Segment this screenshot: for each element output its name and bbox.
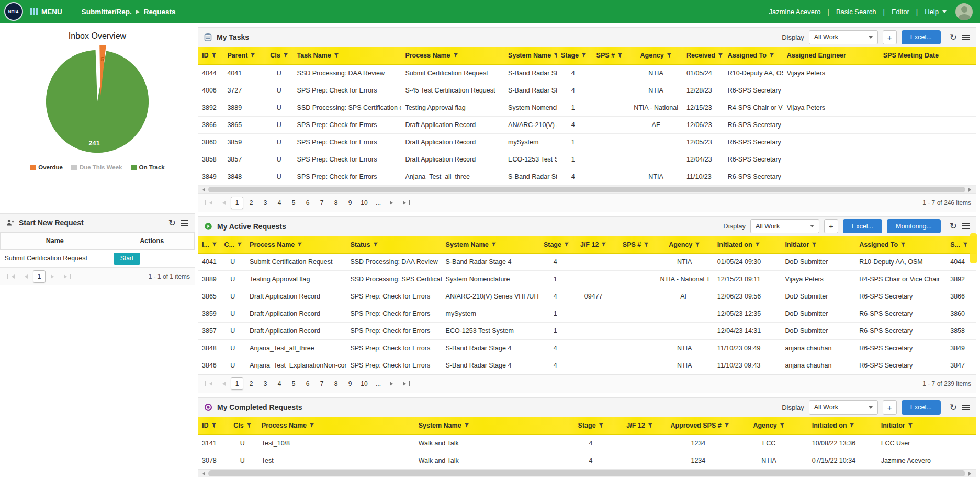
page-10-button[interactable]: 10 — [358, 377, 370, 390]
filter-icon[interactable] — [718, 53, 723, 58]
filter-icon[interactable] — [900, 242, 906, 247]
column-header-sps-meeting-date[interactable]: SPS Meeting Date — [846, 47, 976, 64]
first-page-button[interactable] — [202, 377, 215, 390]
record-link[interactable]: SSD Processing: SPS Certification of Spe… — [293, 99, 401, 116]
page-6-button[interactable]: 6 — [301, 197, 314, 209]
column-header-system-name[interactable]: System Name — [504, 47, 557, 64]
filter-icon[interactable] — [849, 423, 854, 428]
filter-icon[interactable] — [250, 53, 255, 58]
column-header-received[interactable]: Received — [682, 47, 724, 64]
column-header-initiator[interactable]: Initiator — [877, 417, 976, 434]
legend-item-on-track[interactable]: On Track — [131, 164, 165, 170]
filter-icon[interactable] — [648, 423, 653, 428]
last-page-button[interactable] — [400, 377, 413, 390]
column-header-approved-sps[interactable]: Approved SPS # — [666, 417, 730, 434]
filter-icon[interactable] — [373, 242, 378, 247]
last-page-button[interactable] — [61, 270, 74, 283]
filter-icon[interactable] — [755, 242, 760, 247]
next-page-button[interactable] — [47, 270, 60, 283]
filter-icon[interactable] — [564, 242, 569, 247]
page-6-button[interactable]: 6 — [301, 377, 314, 390]
filter-icon[interactable] — [246, 423, 252, 428]
filter-icon[interactable] — [644, 242, 649, 247]
add-button[interactable]: + — [883, 400, 897, 415]
column-header-process-name[interactable]: Process Name — [401, 47, 504, 64]
column-header-initiated-on[interactable]: Initiated on — [713, 236, 781, 254]
column-header-id[interactable]: ID — [198, 417, 228, 434]
display-select[interactable]: All Work — [750, 219, 819, 233]
help-link[interactable]: Help — [925, 8, 939, 16]
refresh-icon[interactable]: ↻ — [950, 33, 957, 42]
filter-icon[interactable] — [695, 242, 700, 247]
page-9-button[interactable]: 9 — [344, 377, 356, 390]
scroll-right-button[interactable] — [967, 470, 975, 477]
record-link[interactable]: SPS Prep: Check for Errors — [293, 116, 401, 133]
column-header-cls[interactable]: Cls — [265, 47, 292, 64]
more-pages-button[interactable]: ... — [372, 197, 385, 209]
filter-icon[interactable] — [334, 53, 339, 58]
page-2-button[interactable]: 2 — [245, 377, 257, 390]
column-header-sps[interactable]: SPS # — [616, 236, 656, 254]
page-7-button[interactable]: 7 — [316, 377, 328, 390]
filter-icon[interactable] — [211, 53, 217, 58]
legend-item-overdue[interactable]: Overdue — [30, 164, 63, 170]
more-pages-button[interactable]: ... — [372, 377, 385, 390]
column-header-task-name[interactable]: Task Name — [293, 47, 401, 64]
first-page-button[interactable] — [5, 270, 17, 283]
record-link[interactable]: Test_10/8 — [257, 434, 414, 452]
column-header-stage[interactable]: Stage — [568, 417, 613, 434]
filter-icon[interactable] — [211, 423, 217, 428]
display-select[interactable]: All Work — [809, 30, 878, 44]
filter-icon[interactable] — [908, 423, 913, 428]
column-header-actions[interactable]: Actions — [109, 233, 195, 250]
next-page-button[interactable] — [386, 197, 399, 209]
record-link[interactable]: Anjana_Test_ExplanationNon-compliance — [245, 357, 346, 374]
filter-icon[interactable] — [617, 53, 623, 58]
last-page-button[interactable] — [400, 197, 413, 209]
column-header-j-f-12[interactable]: J/F 12 — [571, 236, 616, 254]
page-4-button[interactable]: 4 — [273, 197, 286, 209]
next-page-button[interactable] — [386, 377, 399, 390]
filter-icon[interactable] — [297, 242, 302, 247]
panel-menu-icon[interactable] — [962, 35, 970, 40]
refresh-icon[interactable]: ↻ — [950, 222, 957, 231]
menu-button[interactable]: MENU — [30, 8, 62, 16]
page-1-button[interactable]: 1 — [33, 270, 46, 283]
page-10-button[interactable]: 10 — [358, 197, 370, 209]
record-link[interactable]: SPS Prep: Check for Errors — [293, 133, 401, 151]
panel-menu-icon[interactable] — [181, 220, 188, 226]
page-9-button[interactable]: 9 — [344, 197, 356, 209]
column-header-stage[interactable]: Stage — [557, 47, 590, 64]
excel-button[interactable]: Excel... — [902, 400, 941, 415]
legend-item-due-this-week[interactable]: Due This Week — [71, 164, 122, 170]
page-5-button[interactable]: 5 — [287, 377, 300, 390]
page-7-button[interactable]: 7 — [316, 197, 328, 209]
filter-icon[interactable] — [309, 423, 314, 428]
record-link[interactable]: SPS Prep: Check for Errors — [293, 168, 401, 185]
filter-icon[interactable] — [769, 53, 774, 58]
ntia-logo[interactable]: NTIA — [4, 2, 23, 21]
filter-icon[interactable] — [237, 242, 242, 247]
filter-icon[interactable] — [601, 242, 606, 247]
user-avatar[interactable] — [955, 3, 973, 20]
filter-icon[interactable] — [554, 53, 557, 58]
column-header-cls[interactable]: Cls — [228, 417, 257, 434]
record-link[interactable]: Submit Certification Request — [245, 254, 346, 271]
page-2-button[interactable]: 2 — [245, 197, 257, 209]
page-8-button[interactable]: 8 — [330, 377, 342, 390]
display-select[interactable]: All Work — [809, 400, 878, 415]
previous-page-button[interactable] — [217, 377, 229, 390]
column-header-process-name[interactable]: Process Name — [257, 417, 414, 434]
add-button[interactable]: + — [883, 30, 897, 44]
filter-icon[interactable] — [212, 242, 217, 247]
filter-icon[interactable] — [453, 53, 458, 58]
filter-icon[interactable] — [667, 53, 672, 58]
panel-menu-icon[interactable] — [962, 223, 970, 229]
filter-icon[interactable] — [283, 53, 288, 58]
filter-icon[interactable] — [464, 423, 469, 428]
filter-icon[interactable] — [491, 242, 497, 247]
column-header-c[interactable]: C... — [220, 236, 246, 254]
column-header-initiated-on[interactable]: Initiated on — [808, 417, 877, 434]
column-header-agency[interactable]: Agency — [629, 47, 682, 64]
column-header-assigned-engineer[interactable]: Assigned Engineer — [783, 47, 846, 64]
